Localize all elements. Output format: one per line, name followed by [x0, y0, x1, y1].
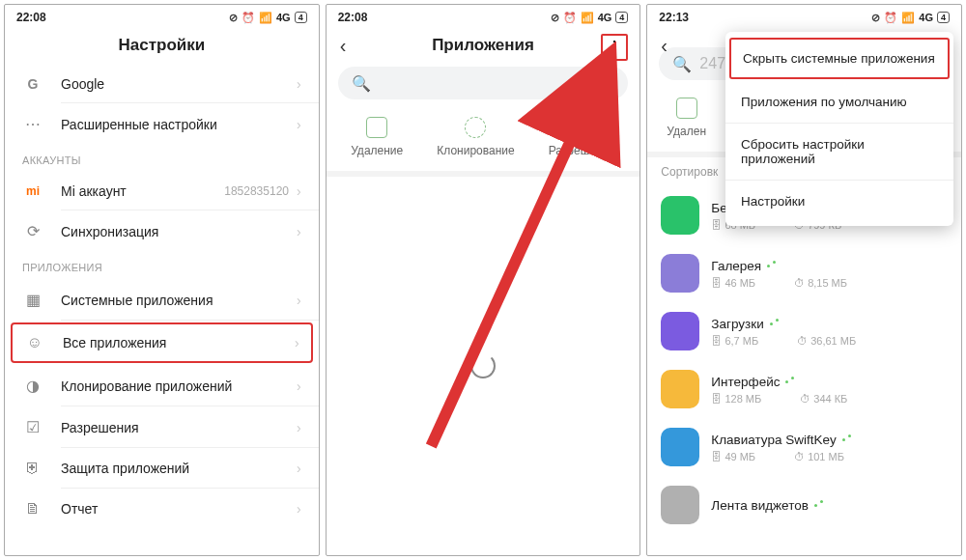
action-label: Удаление: [351, 144, 403, 157]
app-icon: [661, 254, 699, 293]
signal-icon: 📶: [901, 12, 915, 24]
settings-row-sync[interactable]: ⟳ Синхронизация ›: [5, 210, 319, 252]
back-button[interactable]: ‹: [340, 36, 347, 55]
battery-icon: 4: [937, 12, 950, 24]
app-icon: [661, 196, 699, 235]
clone-icon: ◑: [22, 377, 43, 395]
app-cache: ⏱ 36,61 МБ: [797, 335, 856, 347]
dnd-icon: ⊘: [551, 12, 559, 24]
search-icon: 🔍: [672, 55, 692, 73]
alarm-icon: ⏰: [242, 12, 255, 24]
app-row[interactable]: Галерея 🗄 46 МБ⏱ 8,15 МБ: [647, 244, 961, 302]
row-label: Защита приложений: [61, 461, 297, 476]
action-label: Удален: [667, 125, 706, 138]
menu-settings[interactable]: Настройки: [725, 181, 953, 222]
chevron-right-icon: ›: [295, 335, 299, 350]
screen-settings: 22:08 ⊘ ⏰ 📶 4G 4 Настройки G Google › ⋯ …: [4, 4, 320, 556]
network-label: 4G: [276, 12, 291, 23]
app-size: 🗄 46 МБ: [711, 277, 755, 289]
app-size: 🗄 128 МБ: [711, 393, 761, 405]
action-permissions[interactable]: Разрешения: [549, 117, 615, 157]
battery-icon: 4: [615, 12, 628, 24]
settings-row-clone-apps[interactable]: ◑ Клонирование приложений ›: [5, 365, 319, 406]
lock-shield-icon: ⛨: [22, 460, 43, 477]
app-info: Клавиатура SwiftKey 🗄 49 МБ⏱ 101 МБ: [711, 433, 948, 462]
search-icon: 🔍: [352, 74, 371, 93]
app-icon: [661, 312, 699, 350]
row-label: Разрешения: [61, 420, 297, 435]
row-label: Системные приложения: [61, 293, 297, 308]
app-icon: [661, 486, 699, 524]
chevron-right-icon: ›: [297, 378, 301, 394]
settings-row-mi-account[interactable]: mi Mi аккаунт 1852835120 ›: [5, 172, 319, 210]
app-info: Лента виджетов: [711, 498, 948, 513]
status-time: 22:08: [16, 11, 46, 24]
overflow-menu: Скрыть системные приложения Приложения п…: [725, 32, 953, 226]
action-delete[interactable]: Удален: [667, 98, 706, 138]
app-info: Галерея 🗄 46 МБ⏱ 8,15 МБ: [711, 259, 948, 289]
trash-icon: [676, 98, 697, 119]
row-label: Синхронизация: [61, 224, 297, 239]
back-button[interactable]: ‹: [661, 36, 668, 55]
menu-default-apps[interactable]: Приложения по умолчанию: [725, 81, 953, 124]
alarm-icon: ⏰: [563, 12, 577, 24]
settings-row-advanced[interactable]: ⋯ Расширенные настройки ›: [5, 103, 319, 145]
section-accounts: АККАУНТЫ: [5, 145, 319, 172]
page-title: Приложения: [432, 36, 534, 55]
app-row[interactable]: Интерфейс 🗄 128 МБ⏱ 344 КБ: [647, 360, 961, 418]
settings-row-system-apps[interactable]: ▦ Системные приложения ›: [5, 279, 319, 321]
page-title: Настройки: [118, 36, 205, 55]
app-icon: [661, 370, 699, 408]
dnd-icon: ⊘: [229, 12, 238, 24]
overflow-menu-button[interactable]: ⋮: [601, 34, 628, 61]
chevron-right-icon: ›: [297, 183, 301, 199]
app-row[interactable]: Клавиатура SwiftKey 🗄 49 МБ⏱ 101 МБ: [647, 418, 961, 476]
alarm-icon: ⏰: [884, 12, 897, 24]
menu-hide-system-apps[interactable]: Скрыть системные приложения: [729, 38, 950, 79]
row-label: Отчет: [61, 501, 297, 517]
status-time: 22:08: [338, 11, 368, 24]
app-icon: [661, 428, 699, 466]
screen-apps: 22:08 ⊘ ⏰ 📶 4G 4 ‹ Приложения ⋮ 🔍 Удален…: [326, 4, 641, 556]
action-clone[interactable]: Клонирование: [437, 117, 514, 157]
action-delete[interactable]: Удаление: [351, 117, 403, 157]
app-size: 🗄 49 МБ: [711, 451, 755, 462]
clone-icon: [465, 117, 486, 138]
search-input[interactable]: 🔍: [338, 67, 629, 99]
battery-icon: 4: [295, 12, 307, 24]
settings-row-report[interactable]: 🗎 Отчет ›: [5, 489, 319, 529]
settings-row-app-protect[interactable]: ⛨ Защита приложений ›: [5, 448, 319, 489]
report-icon: 🗎: [22, 500, 43, 518]
settings-row-permissions[interactable]: ☑ Разрешения ›: [5, 406, 319, 448]
shield-icon: [571, 117, 592, 138]
running-indicator-icon: [767, 261, 777, 270]
apps-icon: ☺: [24, 334, 45, 351]
menu-reset-app-settings[interactable]: Сбросить настройки приложений: [725, 124, 953, 181]
status-bar: 22:08 ⊘ ⏰ 📶 4G 4: [327, 5, 640, 28]
chevron-right-icon: ›: [297, 501, 301, 517]
signal-icon: 📶: [259, 12, 272, 24]
app-cache: ⏱ 344 КБ: [800, 393, 847, 405]
chevron-right-icon: ›: [297, 224, 301, 239]
section-apps: ПРИЛОЖЕНИЯ: [5, 252, 319, 279]
more-icon: ⋯: [22, 115, 43, 133]
status-icons: ⊘ ⏰ 📶 4G 4: [871, 12, 950, 24]
network-label: 4G: [598, 12, 612, 23]
app-row[interactable]: Загрузки 🗄 6,7 МБ⏱ 36,61 МБ: [647, 302, 961, 360]
app-name: Интерфейс: [711, 375, 948, 389]
app-info: Интерфейс 🗄 128 МБ⏱ 344 КБ: [711, 375, 948, 405]
app-size: 🗄 6,7 МБ: [711, 335, 758, 347]
app-name: Клавиатура SwiftKey: [711, 433, 948, 447]
chevron-right-icon: ›: [297, 293, 301, 308]
shield-icon: ☑: [22, 418, 43, 436]
settings-row-all-apps[interactable]: ☺ Все приложения ›: [11, 322, 313, 363]
app-name: Лента виджетов: [711, 498, 948, 513]
settings-row-google[interactable]: G Google ›: [5, 65, 319, 103]
app-row[interactable]: Лента виджетов: [647, 476, 961, 534]
running-indicator-icon: [785, 377, 795, 386]
running-indicator-icon: [842, 434, 852, 444]
signal-icon: 📶: [581, 12, 594, 24]
action-row: Удаление Клонирование Разрешения: [327, 107, 640, 177]
chevron-right-icon: ›: [297, 461, 301, 476]
screen-apps-menu: 22:13 ⊘ ⏰ 📶 4G 4 ‹ 🔍 247 Удален Сортиров…: [646, 4, 962, 556]
